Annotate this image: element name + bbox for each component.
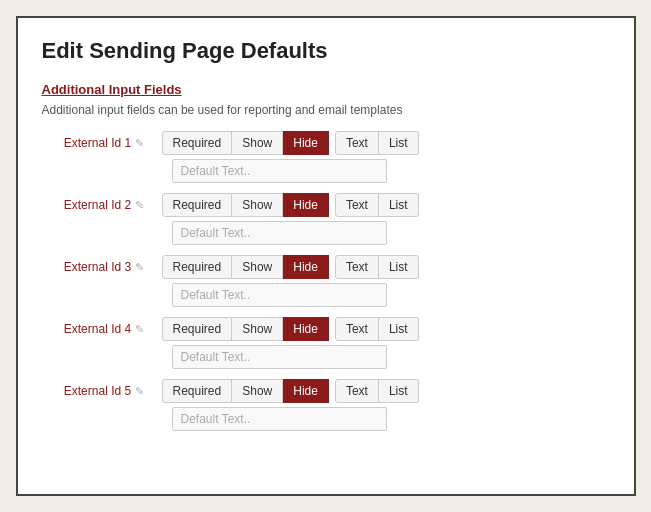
field-top-1: External Id 1 ✎ Required Show Hide Text …: [42, 131, 610, 155]
list-button-3[interactable]: List: [379, 255, 419, 279]
field-top-3: External Id 3 ✎ Required Show Hide Text …: [42, 255, 610, 279]
list-button-5[interactable]: List: [379, 379, 419, 403]
text-button-5[interactable]: Text: [335, 379, 379, 403]
fields-container: External Id 1 ✎ Required Show Hide Text …: [42, 131, 610, 431]
btn-group-text-list-2: Text List: [335, 193, 419, 217]
field-row-4: External Id 4 ✎ Required Show Hide Text …: [42, 317, 610, 369]
btn-group-text-list-5: Text List: [335, 379, 419, 403]
field-input-row-3: [42, 283, 610, 307]
field-input-row-2: [42, 221, 610, 245]
text-button-4[interactable]: Text: [335, 317, 379, 341]
btn-group-text-list-1: Text List: [335, 131, 419, 155]
field-top-2: External Id 2 ✎ Required Show Hide Text …: [42, 193, 610, 217]
btn-group-required-show-hide-5: Required Show Hide: [162, 379, 329, 403]
hide-button-1[interactable]: Hide: [283, 131, 329, 155]
field-input-row-5: [42, 407, 610, 431]
required-button-1[interactable]: Required: [162, 131, 233, 155]
hide-button-2[interactable]: Hide: [283, 193, 329, 217]
required-button-3[interactable]: Required: [162, 255, 233, 279]
field-row-5: External Id 5 ✎ Required Show Hide Text …: [42, 379, 610, 431]
field-row-2: External Id 2 ✎ Required Show Hide Text …: [42, 193, 610, 245]
btn-group-required-show-hide-1: Required Show Hide: [162, 131, 329, 155]
field-row-1: External Id 1 ✎ Required Show Hide Text …: [42, 131, 610, 183]
list-button-1[interactable]: List: [379, 131, 419, 155]
edit-icon-4[interactable]: ✎: [135, 323, 144, 335]
btn-group-text-list-4: Text List: [335, 317, 419, 341]
show-button-4[interactable]: Show: [232, 317, 283, 341]
show-button-5[interactable]: Show: [232, 379, 283, 403]
section-header: Additional Input Fields: [42, 82, 610, 97]
edit-icon-3[interactable]: ✎: [135, 261, 144, 273]
field-label-5: External Id 5 ✎: [42, 384, 162, 398]
field-row-3: External Id 3 ✎ Required Show Hide Text …: [42, 255, 610, 307]
default-text-input-4[interactable]: [172, 345, 387, 369]
btn-group-required-show-hide-3: Required Show Hide: [162, 255, 329, 279]
edit-icon-1[interactable]: ✎: [135, 137, 144, 149]
field-label-1: External Id 1 ✎: [42, 136, 162, 150]
required-button-2[interactable]: Required: [162, 193, 233, 217]
hide-button-5[interactable]: Hide: [283, 379, 329, 403]
btn-group-text-list-3: Text List: [335, 255, 419, 279]
list-button-4[interactable]: List: [379, 317, 419, 341]
field-label-4: External Id 4 ✎: [42, 322, 162, 336]
field-top-5: External Id 5 ✎ Required Show Hide Text …: [42, 379, 610, 403]
field-input-row-4: [42, 345, 610, 369]
hide-button-4[interactable]: Hide: [283, 317, 329, 341]
required-button-4[interactable]: Required: [162, 317, 233, 341]
section-description: Additional input fields can be used for …: [42, 103, 610, 117]
btn-group-required-show-hide-4: Required Show Hide: [162, 317, 329, 341]
text-button-1[interactable]: Text: [335, 131, 379, 155]
page-title: Edit Sending Page Defaults: [42, 38, 610, 64]
field-label-2: External Id 2 ✎: [42, 198, 162, 212]
default-text-input-5[interactable]: [172, 407, 387, 431]
show-button-3[interactable]: Show: [232, 255, 283, 279]
default-text-input-1[interactable]: [172, 159, 387, 183]
text-button-3[interactable]: Text: [335, 255, 379, 279]
field-top-4: External Id 4 ✎ Required Show Hide Text …: [42, 317, 610, 341]
edit-icon-2[interactable]: ✎: [135, 199, 144, 211]
page-container: Edit Sending Page Defaults Additional In…: [16, 16, 636, 496]
edit-icon-5[interactable]: ✎: [135, 385, 144, 397]
default-text-input-3[interactable]: [172, 283, 387, 307]
required-button-5[interactable]: Required: [162, 379, 233, 403]
field-input-row-1: [42, 159, 610, 183]
hide-button-3[interactable]: Hide: [283, 255, 329, 279]
show-button-2[interactable]: Show: [232, 193, 283, 217]
field-label-3: External Id 3 ✎: [42, 260, 162, 274]
default-text-input-2[interactable]: [172, 221, 387, 245]
btn-group-required-show-hide-2: Required Show Hide: [162, 193, 329, 217]
show-button-1[interactable]: Show: [232, 131, 283, 155]
list-button-2[interactable]: List: [379, 193, 419, 217]
text-button-2[interactable]: Text: [335, 193, 379, 217]
